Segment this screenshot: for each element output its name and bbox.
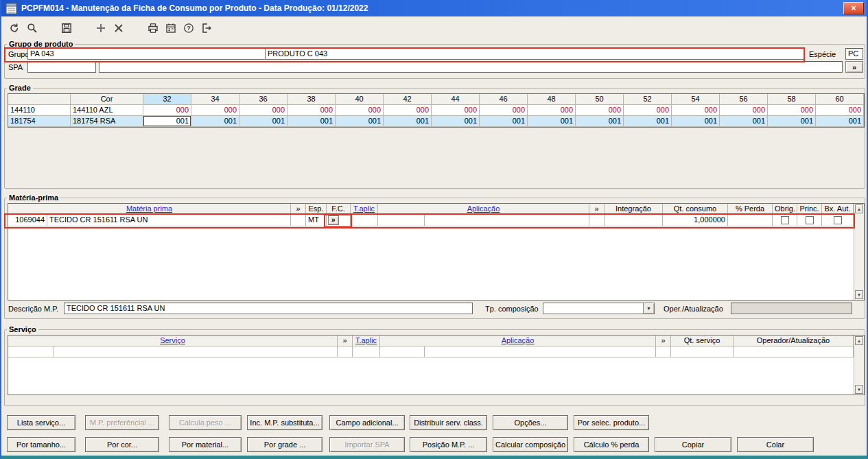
grade-header-size-38[interactable]: 38 xyxy=(288,94,336,105)
search-button[interactable] xyxy=(23,19,41,37)
por-cor-button[interactable]: Por cor... xyxy=(85,437,159,452)
mp-header-integracao[interactable]: Integração xyxy=(605,204,663,215)
grade-cell-qty[interactable]: 001 xyxy=(576,116,624,127)
mp-header-esp[interactable]: Esp. xyxy=(306,204,327,215)
grade-cell-qty[interactable]: 000 xyxy=(528,105,576,116)
mp-cell-esp[interactable]: MT xyxy=(306,215,327,226)
grade-cell-qty[interactable]: 001 xyxy=(672,116,720,127)
grade-cell-qty[interactable]: 001 xyxy=(143,116,191,127)
save-button[interactable] xyxy=(58,19,75,37)
sv-header-qt_servico[interactable]: Qt. serviço xyxy=(671,336,734,346)
mp-cell-aplicacao[interactable] xyxy=(425,215,589,226)
sv-cell-operador[interactable] xyxy=(734,346,854,357)
undo-button[interactable] xyxy=(5,19,23,37)
colar-button[interactable]: Colar xyxy=(737,437,814,452)
grade-cell-code[interactable]: 144110 xyxy=(8,105,71,116)
mp-cell-nome[interactable]: TECIDO CR 151611 RSA UN xyxy=(47,215,291,226)
sv-header-aplicacao[interactable]: Aplicação xyxy=(380,336,656,346)
grupo-code-field[interactable]: PA 043 xyxy=(27,48,266,60)
grade-header-size-60[interactable]: 60 xyxy=(816,94,864,105)
delete-button[interactable] xyxy=(110,19,128,37)
mp-cell-lookup[interactable] xyxy=(291,215,306,226)
inc-m-p-substituta-button[interactable]: Inc. M.P. substituta... xyxy=(247,415,322,430)
print-button[interactable] xyxy=(144,19,162,37)
sv-cell-lookup2[interactable] xyxy=(656,346,671,357)
por-tamanho-button[interactable]: Por tamanho... xyxy=(7,437,75,452)
grade-cell-qty[interactable]: 001 xyxy=(384,116,432,127)
grade-cell-qty[interactable]: 000 xyxy=(432,105,480,116)
descricao-mp-field[interactable]: TECIDO CR 151611 RSA UN xyxy=(64,303,473,314)
mp-header-obrig[interactable]: Obrig. xyxy=(773,204,797,215)
calcular-composicao-button[interactable]: Calcular composição xyxy=(493,437,568,452)
calculo-perda-button[interactable]: Cálculo % perda xyxy=(574,437,649,452)
grade-header-size-54[interactable]: 54 xyxy=(672,94,720,105)
servico-scrollbar[interactable]: ▲ ▼ xyxy=(854,336,864,395)
grade-cell-qty[interactable]: 000 xyxy=(336,105,384,116)
chevron-down-icon[interactable]: ▼ xyxy=(643,303,654,314)
grade-cell-cor[interactable]: 144110 AZL xyxy=(71,105,143,116)
mp-checkbox-bx_aut[interactable] xyxy=(834,216,842,224)
scroll-up-icon[interactable]: ▲ xyxy=(855,204,863,213)
grade-cell-qty[interactable]: 000 xyxy=(816,105,864,116)
grupo-desc-field[interactable]: PRODUTO C 043 xyxy=(265,48,805,60)
por-material-button[interactable]: Por material... xyxy=(169,437,242,452)
mp-cell-lookup2[interactable] xyxy=(589,215,605,226)
mp-cell-integracao[interactable] xyxy=(605,215,663,226)
posicao-m-p-button[interactable]: Posição M.P. ... xyxy=(410,437,487,452)
grade-header-cor[interactable]: Cor xyxy=(71,94,143,105)
grade-cell-qty[interactable]: 001 xyxy=(432,116,480,127)
grade-cell-qty[interactable]: 001 xyxy=(624,116,672,127)
close-button[interactable]: × xyxy=(843,2,864,14)
grade-cell-qty[interactable]: 000 xyxy=(768,105,816,116)
tp-composicao-dropdown[interactable]: ▼ xyxy=(543,303,655,314)
por-selec-produto-button[interactable]: Por selec. produto... xyxy=(574,415,649,430)
grade-cell-qty[interactable]: 000 xyxy=(288,105,336,116)
grade-cell-qty[interactable]: 001 xyxy=(288,116,336,127)
sv-cell-lookup[interactable] xyxy=(338,346,353,357)
grade-header-size-36[interactable]: 36 xyxy=(239,94,288,105)
sv-cell-qt[interactable] xyxy=(671,346,734,357)
mp-header-princ[interactable]: Princ. xyxy=(797,204,822,215)
schedule-button[interactable] xyxy=(162,19,180,37)
scroll-up-icon[interactable]: ▲ xyxy=(855,336,863,345)
opcoes-button[interactable]: Opções... xyxy=(493,415,568,430)
mp-cell-qt-consumo[interactable]: 1,000000 xyxy=(663,215,728,226)
grade-header-code[interactable] xyxy=(8,94,71,105)
mp-cell-aplicacao-code[interactable] xyxy=(378,215,425,226)
distribuir-serv-class-button[interactable]: Distribuir serv. class. xyxy=(410,415,487,430)
sv-header-servico[interactable]: Serviço xyxy=(8,336,338,346)
mp-cell-code[interactable]: 1069044 xyxy=(8,215,47,226)
grade-cell-qty[interactable]: 000 xyxy=(672,105,720,116)
calcula-peso-button[interactable]: Calcula peso ... xyxy=(169,415,242,430)
sv-header-operador[interactable]: Operador/Atualização xyxy=(734,336,854,346)
grade-header-size-40[interactable]: 40 xyxy=(336,94,384,105)
grade-cell-qty[interactable]: 001 xyxy=(720,116,768,127)
exit-button[interactable] xyxy=(198,19,215,37)
campo-adicional-button[interactable]: Campo adicional... xyxy=(329,415,405,430)
spa-code-field[interactable] xyxy=(27,61,96,73)
grade-header-size-50[interactable]: 50 xyxy=(576,94,624,105)
grade-header-size-34[interactable]: 34 xyxy=(191,94,239,105)
sv-cell-taplic[interactable] xyxy=(353,346,380,357)
mp-cell-taplic[interactable] xyxy=(351,215,378,226)
por-grade-button[interactable]: Por grade ... xyxy=(247,437,322,452)
grade-header-size-58[interactable]: 58 xyxy=(768,94,816,105)
materia-prima-scrollbar[interactable]: ▲ ▼ xyxy=(854,204,864,300)
grade-header-size-44[interactable]: 44 xyxy=(432,94,480,105)
sv-cell-nome[interactable] xyxy=(54,346,338,357)
mp-checkbox-obrig[interactable] xyxy=(781,216,789,224)
grade-cell-qty[interactable]: 000 xyxy=(384,105,432,116)
sv-cell-code[interactable] xyxy=(8,346,54,357)
grade-cell-qty[interactable]: 001 xyxy=(768,116,816,127)
mp-header-qt_consumo[interactable]: Qt. consumo xyxy=(663,204,728,215)
mp-cell-perda[interactable] xyxy=(728,215,773,226)
mp-fc-lookup-button[interactable]: » xyxy=(328,215,339,225)
sv-cell-aplicacao[interactable] xyxy=(425,346,656,357)
grade-cell-code[interactable]: 181754 xyxy=(8,116,71,127)
grade-header-size-48[interactable]: 48 xyxy=(528,94,576,105)
sv-header-lookup[interactable]: » xyxy=(338,336,353,346)
grade-header-size-32[interactable]: 32 xyxy=(143,94,191,105)
grade-header-size-56[interactable]: 56 xyxy=(720,94,768,105)
especie-field[interactable]: PC xyxy=(845,48,863,60)
scroll-down-icon[interactable]: ▼ xyxy=(855,385,863,394)
